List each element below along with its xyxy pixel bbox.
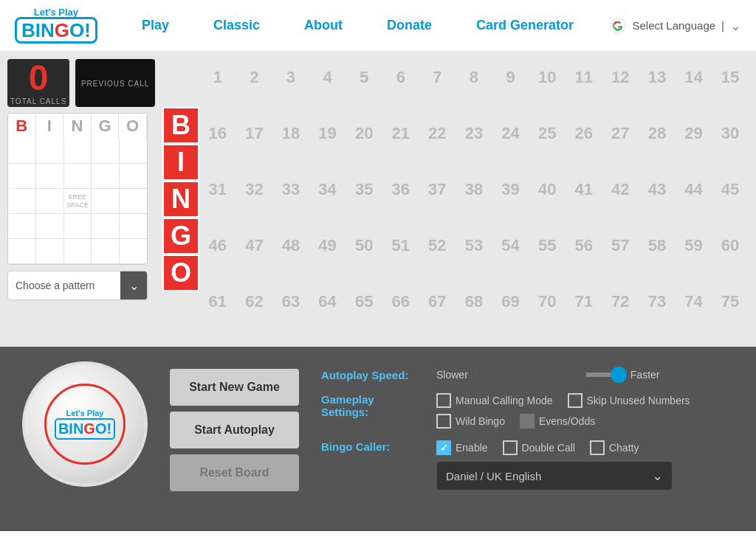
number-cell[interactable]: 68 — [456, 283, 492, 320]
number-cell[interactable]: 51 — [382, 227, 419, 264]
number-cell[interactable]: 60 — [712, 227, 749, 264]
number-cell[interactable]: 71 — [566, 283, 602, 320]
free-space-text: FREESPACE — [66, 193, 89, 209]
number-cell[interactable]: 37 — [419, 171, 456, 208]
number-cell[interactable]: 47 — [236, 227, 273, 264]
speed-thumb[interactable] — [611, 367, 627, 383]
manual-calling-checkbox[interactable] — [436, 393, 451, 408]
number-cell[interactable]: 39 — [492, 171, 529, 208]
number-cell[interactable]: 10 — [529, 59, 566, 96]
number-cell[interactable]: 12 — [602, 59, 639, 96]
evens-odds-checkbox[interactable] — [520, 414, 535, 429]
number-cell[interactable]: 70 — [529, 283, 566, 320]
number-cell[interactable]: 3 — [272, 59, 309, 96]
number-cell[interactable]: 52 — [419, 227, 456, 264]
number-cell[interactable]: 14 — [676, 59, 712, 96]
number-cell[interactable]: 72 — [602, 283, 639, 320]
number-cell[interactable]: 69 — [492, 283, 529, 320]
number-cell[interactable]: 1 — [199, 59, 236, 96]
number-cell[interactable]: 73 — [639, 283, 676, 320]
caller-select-dropdown[interactable]: Daniel / UK English ⌄ — [436, 461, 673, 491]
number-cell[interactable]: 53 — [456, 227, 492, 264]
speed-slider[interactable] — [475, 373, 623, 377]
number-cell[interactable]: 29 — [676, 115, 712, 152]
number-cell[interactable]: 26 — [566, 115, 602, 152]
number-cell[interactable]: 36 — [382, 171, 419, 208]
number-cell[interactable]: 40 — [529, 171, 566, 208]
chatty-checkbox[interactable] — [590, 440, 605, 455]
number-cell[interactable]: 21 — [382, 115, 419, 152]
skip-unused-checkbox[interactable] — [568, 393, 583, 408]
number-cell[interactable]: 33 — [272, 171, 309, 208]
number-cell[interactable]: 65 — [346, 283, 382, 320]
number-cell[interactable]: 50 — [346, 227, 382, 264]
number-cell[interactable]: 46 — [199, 227, 236, 264]
number-cell[interactable]: 58 — [639, 227, 676, 264]
number-cell[interactable]: 57 — [602, 227, 639, 264]
select-language[interactable]: Select Language | — [632, 19, 724, 32]
number-cell[interactable]: 56 — [566, 227, 602, 264]
start-new-game-button[interactable]: Start New Game — [170, 369, 299, 406]
number-cell[interactable]: 15 — [712, 59, 749, 96]
number-cell[interactable]: 44 — [676, 171, 712, 208]
nav-classic[interactable]: Classic — [191, 18, 282, 33]
number-cell[interactable]: 49 — [309, 227, 346, 264]
number-cell[interactable]: 25 — [529, 115, 566, 152]
skip-unused-label: Skip Unused Numbers — [587, 395, 690, 406]
wild-bingo-checkbox[interactable] — [436, 414, 451, 429]
number-cell[interactable]: 19 — [309, 115, 346, 152]
number-cell[interactable]: 17 — [236, 115, 273, 152]
number-cell[interactable]: 30 — [712, 115, 749, 152]
pattern-selector[interactable]: Choose a pattern ⌄ — [7, 271, 148, 300]
pattern-chevron-icon[interactable]: ⌄ — [120, 271, 147, 300]
number-cell[interactable]: 8 — [456, 59, 492, 96]
nav-card-generator[interactable]: Card Generator — [454, 18, 596, 33]
number-cell[interactable]: 24 — [492, 115, 529, 152]
number-cell[interactable]: 66 — [382, 283, 419, 320]
number-cell[interactable]: 43 — [639, 171, 676, 208]
number-cell[interactable]: 4 — [309, 59, 346, 96]
number-cell[interactable]: 27 — [602, 115, 639, 152]
number-cell[interactable]: 20 — [346, 115, 382, 152]
number-cell[interactable]: 67 — [419, 283, 456, 320]
number-cell[interactable]: 13 — [639, 59, 676, 96]
number-cell[interactable]: 74 — [676, 283, 712, 320]
language-chevron-icon[interactable]: ⌄ — [730, 18, 741, 34]
number-cell[interactable]: 2 — [236, 59, 273, 96]
double-call-checkbox[interactable] — [503, 440, 518, 455]
number-cell[interactable]: 23 — [456, 115, 492, 152]
number-cell[interactable]: 9 — [492, 59, 529, 96]
logo[interactable]: Let's Play BINGO! — [15, 7, 97, 44]
number-cell[interactable]: 64 — [309, 283, 346, 320]
number-cell[interactable]: 54 — [492, 227, 529, 264]
start-autoplay-button[interactable]: Start Autoplay — [170, 412, 299, 448]
number-cell[interactable]: 22 — [419, 115, 456, 152]
nav-about[interactable]: About — [282, 18, 365, 33]
number-cell[interactable]: 63 — [272, 283, 309, 320]
number-cell[interactable]: 35 — [346, 171, 382, 208]
number-cell[interactable]: 16 — [199, 115, 236, 152]
number-cell[interactable]: 42 — [602, 171, 639, 208]
number-cell[interactable]: 32 — [236, 171, 273, 208]
number-cell[interactable]: 61 — [199, 283, 236, 320]
number-cell[interactable]: 75 — [712, 283, 749, 320]
nav-donate[interactable]: Donate — [365, 18, 454, 33]
number-cell[interactable]: 5 — [346, 59, 382, 96]
enable-caller-checkbox[interactable] — [436, 440, 451, 455]
reset-board-button[interactable]: Reset Board — [170, 454, 299, 491]
nav-play[interactable]: Play — [120, 18, 191, 33]
number-cell[interactable]: 18 — [272, 115, 309, 152]
number-cell[interactable]: 28 — [639, 115, 676, 152]
number-cell[interactable]: 55 — [529, 227, 566, 264]
number-cell[interactable]: 41 — [566, 171, 602, 208]
number-cell[interactable]: 45 — [712, 171, 749, 208]
number-cell[interactable]: 34 — [309, 171, 346, 208]
number-cell[interactable]: 48 — [272, 227, 309, 264]
number-cell[interactable]: 6 — [382, 59, 419, 96]
number-cell[interactable]: 38 — [456, 171, 492, 208]
number-cell[interactable]: 7 — [419, 59, 456, 96]
number-cell[interactable]: 11 — [566, 59, 602, 96]
number-cell[interactable]: 59 — [676, 227, 712, 264]
number-cell[interactable]: 62 — [236, 283, 273, 320]
number-cell[interactable]: 31 — [199, 171, 236, 208]
